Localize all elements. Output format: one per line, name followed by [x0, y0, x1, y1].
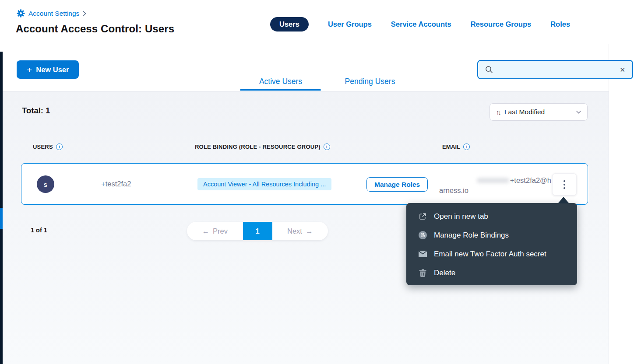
account-access-control-page: Account Settings Account Access Control:…	[0, 0, 634, 364]
menu-item-open-in-new-tab[interactable]: Open in new tab	[406, 207, 577, 226]
email-text-line1: +test2fa2@h	[510, 175, 551, 186]
pagination-summary: 1 of 1	[31, 227, 47, 234]
search-icon	[485, 66, 493, 74]
info-icon[interactable]: i	[324, 144, 330, 150]
row-options-kebab-icon[interactable]	[552, 173, 577, 196]
context-menu-caret	[558, 197, 569, 203]
tab-users[interactable]: Users	[270, 17, 309, 32]
page-number-button[interactable]: 1	[243, 222, 272, 240]
sort-arrows-icon: ↑↓	[496, 108, 500, 116]
role-bindings-icon	[418, 231, 427, 240]
column-label: EMAIL	[442, 144, 460, 150]
info-icon[interactable]: i	[56, 144, 63, 150]
breadcrumb[interactable]: Account Settings	[17, 9, 86, 18]
arrow-right-icon: →	[306, 227, 313, 235]
email-text-line2: arness.io	[439, 186, 551, 196]
search-input[interactable]	[497, 66, 615, 74]
menu-item-email-2fa-secret[interactable]: Email new Two Factor Auth secret	[406, 245, 577, 263]
new-user-button[interactable]: + New User	[17, 60, 79, 79]
right-gutter	[609, 44, 634, 364]
chevron-down-icon	[576, 111, 581, 114]
next-page-button[interactable]: Next →	[272, 222, 328, 240]
column-header-email: EMAIL i	[442, 144, 470, 150]
external-link-icon	[418, 212, 427, 221]
menu-item-delete[interactable]: Delete	[406, 263, 577, 282]
page-title: Account Access Control: Users	[16, 23, 174, 35]
tab-resource-groups[interactable]: Resource Groups	[471, 20, 531, 28]
prev-page-button[interactable]: ← Prev	[187, 222, 243, 240]
tab-roles[interactable]: Roles	[550, 20, 570, 28]
sort-selected-value: Last Modified	[504, 108, 572, 116]
header-divider	[0, 44, 609, 44]
manage-roles-button[interactable]: Manage Roles	[366, 177, 428, 192]
chevron-right-icon	[83, 11, 86, 16]
plus-icon: +	[27, 65, 32, 74]
tab-pending-users[interactable]: Pending Users	[329, 77, 411, 86]
tab-user-groups[interactable]: User Groups	[328, 20, 372, 28]
role-binding-tag: Account Viewer - All Resources Including…	[197, 178, 331, 190]
column-label: ROLE BINDING (ROLE - RESOURCE GROUP)	[195, 144, 321, 150]
trash-icon	[418, 268, 427, 278]
new-user-label: New User	[36, 66, 69, 74]
sort-dropdown[interactable]: ↑↓ Last Modified	[490, 103, 588, 121]
menu-item-label: Email new Two Factor Auth secret	[434, 250, 546, 259]
email-cell: +test2fa2@h arness.io	[439, 175, 551, 195]
arrow-left-icon: ←	[202, 227, 210, 235]
total-count: Total: 1	[22, 106, 50, 116]
redacted-email-prefix	[477, 178, 509, 183]
page-header: Account Settings Account Access Control:…	[0, 0, 634, 44]
top-nav: Users User Groups Service Accounts Resou…	[270, 16, 570, 32]
tab-active-users[interactable]: Active Users	[240, 77, 321, 86]
active-tab-underline	[240, 89, 321, 91]
gear-icon	[17, 9, 25, 18]
column-header-role-binding: ROLE BINDING (ROLE - RESOURCE GROUP) i	[195, 144, 330, 150]
table-row[interactable]: s +test2fa2 Account Viewer - All Resourc…	[21, 163, 588, 205]
menu-item-label: Open in new tab	[434, 212, 488, 221]
info-icon[interactable]: i	[463, 144, 470, 150]
menu-item-label: Manage Role Bindings	[434, 231, 509, 240]
tab-service-accounts[interactable]: Service Accounts	[391, 20, 451, 28]
menu-item-label: Delete	[434, 269, 455, 277]
user-name: +test2fa2	[101, 180, 131, 188]
next-label: Next	[287, 227, 302, 235]
avatar: s	[37, 175, 54, 193]
search-box[interactable]: ✕	[477, 60, 633, 79]
envelope-icon	[418, 249, 427, 259]
pagination: ← Prev 1 Next →	[187, 222, 328, 240]
column-label: USERS	[33, 144, 53, 150]
prev-label: Prev	[213, 227, 228, 235]
close-icon[interactable]: ✕	[620, 66, 625, 73]
row-context-menu: Open in new tab Manage Role Bindings Ema…	[406, 203, 577, 285]
breadcrumb-account-settings[interactable]: Account Settings	[28, 10, 79, 18]
column-header-users: USERS i	[33, 144, 63, 150]
menu-item-manage-role-bindings[interactable]: Manage Role Bindings	[406, 226, 577, 245]
